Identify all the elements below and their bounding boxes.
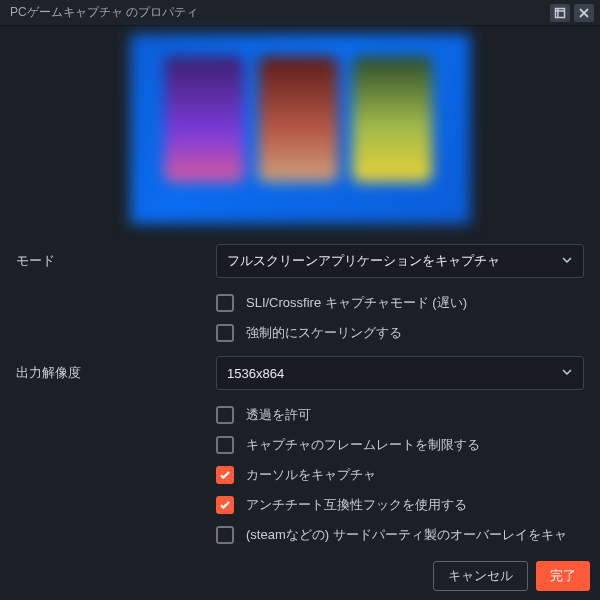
checkbox-label: SLI/Crossfire キャプチャモード (遅い) bbox=[246, 294, 467, 312]
checkbox-item[interactable]: カーソルをキャプチャ bbox=[216, 460, 584, 490]
checkbox-icon[interactable] bbox=[216, 324, 234, 342]
titlebar: PCゲームキャプチャ のプロパティ bbox=[0, 0, 600, 26]
checkbox-label: 透過を許可 bbox=[246, 406, 311, 424]
resolution-select[interactable]: 1536x864 bbox=[216, 356, 584, 390]
maximize-icon[interactable] bbox=[550, 4, 570, 22]
checkbox-icon[interactable] bbox=[216, 294, 234, 312]
dialog-footer: キャンセル 完了 bbox=[0, 552, 600, 600]
checkbox-label: アンチチート互換性フックを使用する bbox=[246, 496, 467, 514]
ok-button[interactable]: 完了 bbox=[536, 561, 590, 591]
ok-button-label: 完了 bbox=[550, 567, 576, 585]
checkbox-item[interactable]: キャプチャのフレームレートを制限する bbox=[216, 430, 584, 460]
checkbox-icon[interactable] bbox=[216, 526, 234, 544]
preview-area bbox=[0, 26, 600, 232]
chevron-down-icon bbox=[561, 254, 573, 269]
resolution-select-value: 1536x864 bbox=[227, 366, 561, 381]
checkbox-item[interactable]: 強制的にスケーリングする bbox=[216, 318, 584, 348]
checkbox-label: (steamなどの) サードパーティ製のオーバーレイをキャ bbox=[246, 526, 567, 544]
mode-select-value: フルスクリーンアプリケーションをキャプチャ bbox=[227, 252, 561, 270]
mode-select[interactable]: フルスクリーンアプリケーションをキャプチャ bbox=[216, 244, 584, 278]
checkbox-icon[interactable] bbox=[216, 406, 234, 424]
checkbox-item[interactable]: (steamなどの) サードパーティ製のオーバーレイをキャ bbox=[216, 520, 584, 550]
svg-rect-0 bbox=[556, 8, 565, 17]
checkbox-item[interactable]: SLI/Crossfire キャプチャモード (遅い) bbox=[216, 288, 584, 318]
close-icon[interactable] bbox=[574, 4, 594, 22]
checkbox-checked-icon[interactable] bbox=[216, 496, 234, 514]
mode-label: モード bbox=[16, 244, 216, 270]
checkbox-item[interactable]: アンチチート互換性フックを使用する bbox=[216, 490, 584, 520]
checkbox-label: カーソルをキャプチャ bbox=[246, 466, 376, 484]
checkbox-label: キャプチャのフレームレートを制限する bbox=[246, 436, 480, 454]
capture-preview bbox=[130, 34, 470, 224]
checkbox-label: 強制的にスケーリングする bbox=[246, 324, 402, 342]
checkbox-checked-icon[interactable] bbox=[216, 466, 234, 484]
cancel-button[interactable]: キャンセル bbox=[433, 561, 528, 591]
window-title: PCゲームキャプチャ のプロパティ bbox=[10, 4, 546, 21]
properties-form: モード フルスクリーンアプリケーションをキャプチャ SLI/Crossfire … bbox=[0, 232, 600, 562]
resolution-label: 出力解像度 bbox=[16, 356, 216, 382]
checkbox-item[interactable]: 透過を許可 bbox=[216, 400, 584, 430]
chevron-down-icon bbox=[561, 366, 573, 381]
checkbox-icon[interactable] bbox=[216, 436, 234, 454]
cancel-button-label: キャンセル bbox=[448, 567, 513, 585]
